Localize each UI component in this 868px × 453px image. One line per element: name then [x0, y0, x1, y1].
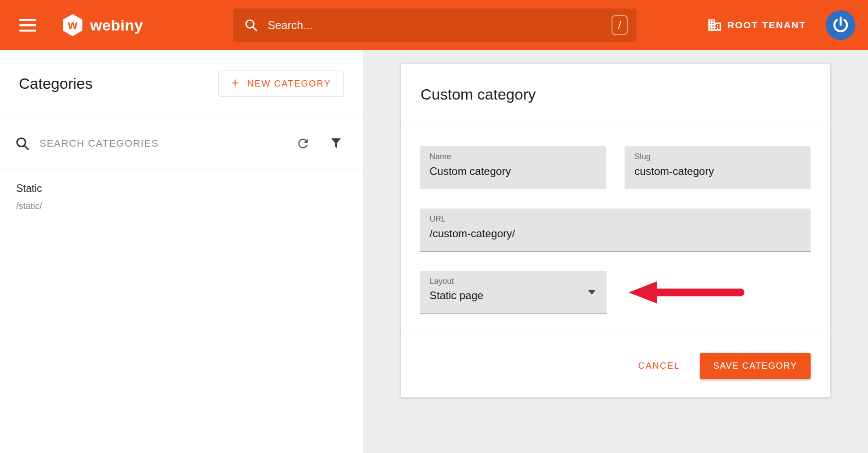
global-search-input[interactable] — [268, 19, 612, 32]
new-category-button-label: NEW CATEGORY — [247, 78, 331, 89]
slug-field[interactable]: Slug — [625, 146, 811, 189]
search-icon — [15, 136, 30, 151]
filter-icon — [330, 137, 342, 149]
card-body: Name Slug URL Layout — [401, 125, 830, 314]
tenant-selector[interactable]: ROOT TENANT — [708, 19, 806, 31]
menu-icon[interactable] — [19, 18, 36, 32]
refresh-button[interactable] — [296, 136, 310, 151]
url-field-label: URL — [430, 214, 801, 224]
topbar: w webiny / ROOT TENAN — [0, 0, 868, 50]
category-name: Static — [16, 183, 344, 195]
card-header: Custom category — [401, 64, 830, 125]
power-icon — [831, 16, 850, 35]
avatar[interactable] — [826, 10, 855, 40]
form-row-url: URL — [420, 209, 811, 252]
webiny-logo[interactable]: w webiny — [62, 14, 143, 36]
categories-panel: Categories + NEW CATEGORY — [0, 50, 363, 453]
refresh-icon — [296, 136, 310, 151]
cancel-button[interactable]: CANCEL — [633, 356, 686, 375]
webiny-logo-icon: w — [62, 14, 83, 36]
card-footer: CANCEL SAVE CATEGORY — [401, 334, 830, 397]
name-input[interactable] — [430, 165, 596, 178]
name-field[interactable]: Name — [420, 146, 606, 189]
categories-search-bar — [0, 117, 363, 170]
name-field-label: Name — [430, 152, 596, 161]
chevron-down-icon — [588, 290, 596, 295]
layout-field-label: Layout — [430, 277, 597, 286]
app-root: w webiny / ROOT TENAN — [0, 0, 868, 453]
category-list: Static /static/ — [0, 170, 363, 225]
filter-button[interactable] — [330, 137, 342, 149]
slug-field-label: Slug — [634, 152, 801, 161]
content-area: Custom category Name Slug URL — [363, 50, 868, 453]
red-arrow-annotation — [628, 280, 749, 305]
plus-icon: + — [231, 76, 240, 90]
slash-shortcut-badge: / — [612, 15, 628, 35]
brand-name: webiny — [90, 17, 143, 34]
category-url: /static/ — [16, 201, 344, 211]
form-row-layout: Layout Static page — [420, 271, 811, 314]
layout-select[interactable]: Layout Static page — [420, 271, 607, 314]
category-list-item[interactable]: Static /static/ — [0, 170, 363, 225]
form-title: Custom category — [421, 86, 536, 103]
url-input[interactable] — [430, 227, 801, 240]
svg-text:w: w — [67, 18, 78, 32]
topbar-right: ROOT TENANT — [708, 10, 855, 40]
categories-header: Categories + NEW CATEGORY — [0, 50, 363, 117]
building-icon — [708, 19, 721, 31]
search-icon — [244, 18, 258, 32]
page-title: Categories — [19, 75, 92, 92]
tenant-label: ROOT TENANT — [727, 20, 806, 30]
global-search[interactable]: / — [233, 9, 637, 42]
category-form-card: Custom category Name Slug URL — [401, 64, 830, 397]
save-category-button[interactable]: SAVE CATEGORY — [700, 353, 811, 379]
categories-search-input[interactable] — [39, 138, 276, 149]
url-field[interactable]: URL — [420, 209, 811, 252]
form-row-name-slug: Name Slug — [420, 146, 811, 189]
slug-input[interactable] — [634, 165, 801, 178]
layout-selected-value: Static page — [430, 289, 597, 302]
new-category-button[interactable]: + NEW CATEGORY — [218, 70, 344, 97]
